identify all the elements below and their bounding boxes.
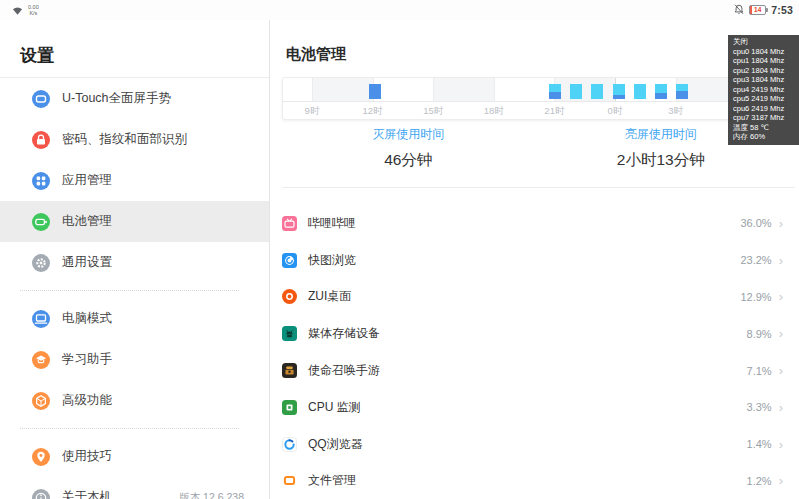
sidebar-item-label: 使用技巧 <box>62 448 112 465</box>
chevron-right-icon: › <box>779 254 783 267</box>
chevron-right-icon: › <box>779 290 783 303</box>
debug-overlay-line: 关闭 <box>733 37 799 47</box>
chart-stripe <box>554 78 615 101</box>
app-name: 使命召唤手游 <box>308 362 380 379</box>
battery-panel: 电池管理 9时12时15时18时21时0时3时6时 灭屏使用时间 46分钟 亮屏… <box>270 20 799 499</box>
sidebar-item-apps[interactable]: 应用管理 <box>0 160 269 201</box>
chart-bar-segment <box>549 92 561 99</box>
app-row-zui[interactable]: ZUI桌面 12.9% › <box>270 279 799 316</box>
debug-overlay-line: cpu3 1804 Mhz <box>733 75 799 85</box>
chart-bar-2时 <box>655 84 667 99</box>
debug-overlay-line: 温度 58 ℃ <box>733 123 799 133</box>
app-row-gallery[interactable]: 快图浏览 23.2% › <box>270 242 799 279</box>
chevron-right-icon: › <box>779 474 783 487</box>
app-name: 媒体存储设备 <box>308 325 380 342</box>
app-row-cpu[interactable]: CPU 监测 3.3% › <box>270 389 799 426</box>
sidebar-item-advanced[interactable]: 高级功能 <box>0 380 269 421</box>
chevron-right-icon: › <box>779 438 783 451</box>
battery-usage-chart[interactable]: 9时12时15时18时21时0时3时6时 <box>282 77 740 120</box>
sidebar-item-label: 密码、指纹和面部识别 <box>62 131 187 148</box>
app-row-bilibili[interactable]: 哔哩哔哩 36.0% › <box>270 205 799 242</box>
chart-baseline <box>283 101 739 102</box>
debug-overlay-line: cpu6 2419 Mhz <box>733 104 799 114</box>
battery-percentage: 7.1% <box>747 365 772 377</box>
chart-bar-segment <box>570 84 582 99</box>
chart-tick-label: 12时 <box>363 105 383 118</box>
sidebar-item-about[interactable]: 关于本机 版本 12.6.238 <box>0 477 269 499</box>
sidebar-item-tips[interactable]: 使用技巧 <box>0 436 269 477</box>
battery-percentage: 1.2% <box>747 475 772 487</box>
mute-icon <box>734 1 744 19</box>
sidebar-item-label: 学习助手 <box>62 351 112 368</box>
app-row-qq[interactable]: QQ浏览器 1.4% › <box>270 426 799 463</box>
sidebar-item-label: 电脑模式 <box>62 310 112 327</box>
zui-launcher-icon <box>282 289 297 304</box>
sidebar-item-password[interactable]: 密码、指纹和面部识别 <box>0 119 269 160</box>
chart-bar-22时 <box>570 84 582 99</box>
debug-overlay-line: 内存 60% <box>733 132 799 142</box>
chart-bar-21时 <box>549 84 561 99</box>
debug-overlay-line: cpu7 3187 Mhz <box>733 113 799 123</box>
debug-overlay-line: cpu2 1804 Mhz <box>733 66 799 76</box>
network-speed: 0.00 K/s <box>28 4 39 16</box>
status-bar: 0.00 K/s 14 7:53 <box>0 0 799 20</box>
app-row-cod[interactable]: 使命召唤手游 7.1% › <box>270 352 799 389</box>
chart-tick-label: 9时 <box>305 105 320 118</box>
utouch-icon <box>32 90 50 108</box>
battery-percentage: 12.9% <box>740 291 771 303</box>
chart-bar-1时 <box>634 84 646 99</box>
battery-percentage: 3.3% <box>747 401 772 413</box>
cod-game-icon <box>282 363 297 378</box>
sidebar-list: U-Touch全面屏手势 密码、指纹和面部识别 应用管理 电池管理 通用设置 电… <box>0 77 269 499</box>
screen-on-value: 2小时13分钟 <box>535 150 788 171</box>
screen-off-stat: 灭屏使用时间 46分钟 <box>282 126 535 171</box>
app-name: QQ浏览器 <box>308 436 363 453</box>
battery-percentage: 1.4% <box>747 438 772 450</box>
clock: 7:53 <box>771 4 793 16</box>
debug-overlay-line: cpu4 2419 Mhz <box>733 85 799 95</box>
chart-bar-12时 <box>369 84 381 99</box>
sidebar-item-general[interactable]: 通用设置 <box>0 242 269 283</box>
sidebar-item-study[interactable]: 学习助手 <box>0 339 269 380</box>
grad-cap-icon <box>32 351 50 369</box>
chart-bar-segment <box>655 84 667 93</box>
cube-icon <box>32 392 50 410</box>
app-name: CPU 监测 <box>308 399 361 416</box>
app-name: 哔哩哔哩 <box>308 215 356 232</box>
debug-overlay-line: cpu0 1804 Mhz <box>733 47 799 57</box>
sidebar-item-label: 高级功能 <box>62 392 112 409</box>
app-row-files[interactable]: 文件管理 1.2% › <box>270 463 799 499</box>
sidebar-group-divider <box>20 290 239 291</box>
screen-off-label: 灭屏使用时间 <box>282 126 535 143</box>
battery-percentage: 23.2% <box>740 254 771 266</box>
app-name: ZUI桌面 <box>308 288 351 305</box>
debug-overlay-line: cpu5 2419 Mhz <box>733 94 799 104</box>
pin-icon <box>32 448 50 466</box>
divider <box>282 187 795 188</box>
version-label: 版本 12.6.238 <box>179 491 244 499</box>
battery-level: 14 <box>754 7 761 14</box>
battery-icon <box>32 213 50 231</box>
chart-tick-label: 0时 <box>608 105 623 118</box>
sidebar-item-label: 关于本机 <box>62 489 112 499</box>
chart-bar-segment <box>655 93 667 99</box>
chart-bar-segment <box>613 95 625 99</box>
chart-bar-0时 <box>613 84 625 99</box>
app-row-media[interactable]: 媒体存储设备 8.9% › <box>270 315 799 352</box>
battery-percentage: 36.0% <box>740 217 771 229</box>
sidebar-item-label: U-Touch全面屏手势 <box>62 90 171 107</box>
sidebar-item-label: 电池管理 <box>62 213 112 230</box>
cpu-debug-overlay: 关闭cpu0 1804 Mhzcpu1 1804 Mhzcpu2 1804 Mh… <box>728 35 799 145</box>
chevron-right-icon: › <box>779 364 783 377</box>
sidebar-group-divider <box>20 428 239 429</box>
sidebar-item-utouch[interactable]: U-Touch全面屏手势 <box>0 78 269 119</box>
chart-gridline <box>494 78 495 101</box>
gear-icon <box>32 254 50 272</box>
battery-status-icon: 14 <box>749 5 766 15</box>
sidebar-item-battery[interactable]: 电池管理 <box>0 201 269 242</box>
battery-app-list: 哔哩哔哩 36.0% › 快图浏览 23.2% › ZUI桌面 12.9% › … <box>270 205 799 499</box>
sidebar-item-pc-mode[interactable]: 电脑模式 <box>0 298 269 339</box>
network-speed-unit: K/s <box>28 10 39 16</box>
chart-gridline <box>312 78 313 101</box>
apps-icon <box>32 172 50 190</box>
